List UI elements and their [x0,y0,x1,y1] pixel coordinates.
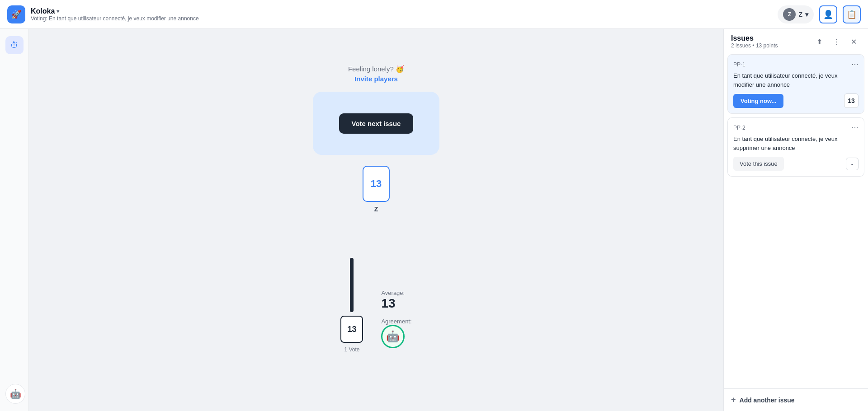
issue-menu-icon-pp2[interactable]: ⋯ [851,123,859,132]
close-icon: ✕ [851,37,857,46]
right-panel: Issues 2 issues • 13 points ⬆ ⋮ ✕ PP-1 ⋯… [723,29,868,411]
card-icon-btn[interactable]: 📋 [843,5,861,23]
brand-info: Koloka ▾ Voting: En tant que utilisateur… [31,7,199,22]
issue-points-pp2: - [846,158,859,170]
voting-now-button[interactable]: Voting now... [733,94,783,108]
user-chevron-icon: ▾ [805,11,808,18]
add-issue-label: Add another issue [740,397,795,404]
vote-card-area: Vote next issue [313,92,439,155]
app-logo: 🚀 [7,5,25,23]
average-value: 13 [381,296,411,311]
add-another-issue-btn[interactable]: + Add another issue [724,388,868,411]
issue-desc-pp1: En tant que utilisateur connecté, je veu… [733,71,859,89]
issue-header-pp2: PP-2 ⋯ [733,123,859,132]
stats-section: 13 1 Vote Average: 13 Agreement: 🤖 [340,258,411,353]
bot-icon-sidebar[interactable]: 🤖 [5,384,25,404]
brand-chevron-icon: ▾ [57,8,59,14]
brand-name[interactable]: Koloka ▾ [31,7,199,15]
invite-players-link[interactable]: Invite players [354,75,398,83]
issues-list: PP-1 ⋯ En tant que utilisateur connecté,… [724,51,868,388]
panel-menu-btn[interactable]: ⋮ [829,34,844,49]
panel-meta: 2 issues • 13 points [731,42,809,49]
issue-card-pp1: PP-1 ⋯ En tant que utilisateur connecté,… [727,54,864,114]
plus-icon: + [731,395,736,405]
avatar: Z [783,8,796,21]
timer-icon-symbol: ⏱ [10,41,19,50]
issue-points-pp1: 13 [844,93,859,108]
issue-id-pp1: PP-1 [733,61,745,68]
lonely-text: Feeling lonely? 🥳 [348,65,404,73]
bar-card-value: 13 [340,316,363,343]
bar-chart: 13 1 Vote [340,258,363,353]
bar-visual [350,258,354,312]
right-panel-header: Issues 2 issues • 13 points ⬆ ⋮ ✕ [724,29,868,51]
agreement-label: Agreement: [381,318,411,325]
user-name: Z [798,11,802,18]
issue-footer-pp2: Vote this issue - [733,157,859,171]
voting-subtitle: Voting: En tant que utilisateur connecté… [31,15,199,22]
center-content: Feeling lonely? 🥳 Invite players Vote ne… [29,29,723,411]
user-initial: Z [788,11,791,18]
average-label: Average: [381,290,411,296]
main-layout: ⏱ 🤖 Feeling lonely? 🥳 Invite players Vot… [0,29,868,411]
average-section: Average: 13 [381,290,411,311]
app-name-text: Koloka [31,7,55,15]
issue-menu-icon-pp1[interactable]: ⋯ [851,60,859,69]
close-panel-btn[interactable]: ✕ [846,34,861,49]
issue-header-pp1: PP-1 ⋯ [733,60,859,69]
upload-icon: ⬆ [816,37,822,46]
issue-card-pp2: PP-2 ⋯ En tant que utilisateur connecté,… [727,117,864,177]
stats-info: Average: 13 Agreement: 🤖 [381,290,411,353]
panel-title-area: Issues 2 issues • 13 points [731,34,809,49]
vote-count-label: 1 Vote [344,346,359,353]
player-vote-card: 13 [363,166,390,202]
panel-title: Issues [731,34,809,42]
agreement-section: Agreement: 🤖 [381,318,411,348]
upload-icon-btn[interactable]: ⬆ [812,34,826,49]
issue-id-pp2: PP-2 [733,125,745,131]
player-name-label: Z [374,206,378,213]
issue-footer-pp1: Voting now... 13 [733,93,859,108]
subtitle-text: En tant que utilisateur connecté, je veu… [49,15,199,22]
subtitle-label: Voting: [31,15,47,22]
agreement-avatar: 🤖 [381,325,405,348]
left-sidebar: ⏱ 🤖 [0,29,29,411]
issue-desc-pp2: En tant que utilisateur connecté, je veu… [733,135,859,152]
app-header: 🚀 Koloka ▾ Voting: En tant que utilisate… [0,0,868,29]
vote-this-button[interactable]: Vote this issue [733,157,784,171]
player-vote-section: 13 Z [363,166,390,213]
person-icon-btn[interactable]: 👤 [819,5,837,23]
vote-next-button[interactable]: Vote next issue [339,113,414,134]
user-badge[interactable]: Z Z ▾ [778,5,814,23]
panel-menu-icon: ⋮ [833,37,840,46]
timer-icon[interactable]: ⏱ [5,36,24,54]
